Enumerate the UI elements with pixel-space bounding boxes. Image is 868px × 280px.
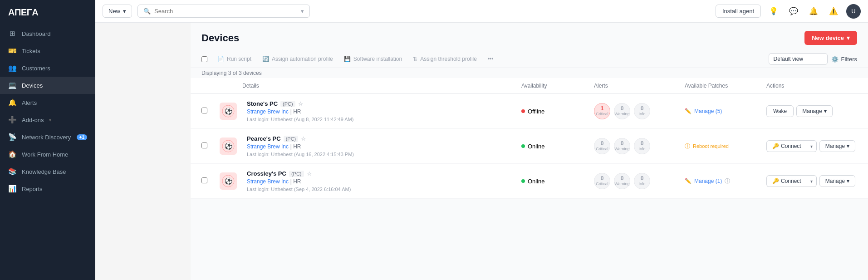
new-button[interactable]: New ▾ [103, 5, 132, 18]
manage-button[interactable]: Manage ▾ [819, 175, 855, 187]
table-row: ⚽ Stone's PC (PC) ☆ Strange Brew Inc | H… [191, 94, 868, 129]
sidebar-item-knowledge-base[interactable]: 📚 Knowledge Base [0, 163, 95, 180]
svg-text:⚽: ⚽ [225, 108, 233, 115]
topbar-right: Install agent 💡 💬 🔔 ⚠️ U [716, 4, 861, 19]
col-patches: Available Patches [685, 83, 766, 89]
install-agent-button[interactable]: Install agent [716, 5, 761, 18]
chat-icon[interactable]: 💬 [786, 4, 801, 19]
display-count: Displaying 3 of 3 devices [191, 68, 868, 78]
sidebar-item-network-discovery[interactable]: 📡 Network Discovery +1 [0, 128, 95, 146]
manage-label: Manage [825, 143, 845, 149]
info-label: Info [638, 147, 645, 152]
view-select[interactable]: Default view [769, 53, 828, 65]
wfh-icon: 🏠 [8, 150, 16, 158]
warning-count: 0 [621, 106, 624, 112]
device-org-dept: Strange Brew Inc | HR [247, 178, 521, 185]
row-checkbox[interactable] [201, 142, 207, 148]
critical-count: 1 [601, 106, 604, 112]
table-row: ⚽ Pearce's PC (PC) ☆ Strange Brew Inc | … [191, 129, 868, 164]
info-alert-badge: 0 Info [634, 173, 650, 189]
manage-label: Manage [825, 178, 845, 184]
device-org-link[interactable]: Strange Brew Inc [247, 178, 289, 185]
notifications-icon[interactable]: 🔔 [806, 4, 821, 19]
device-emblem: ⚽ [222, 175, 235, 187]
filter-icon: ⚙️ [831, 56, 839, 63]
warning-alert-badge: 0 Warning [614, 103, 630, 119]
device-details-cell: Pearce's PC (PC) ☆ Strange Brew Inc | HR… [242, 135, 521, 157]
device-details-cell: Crossley's PC (PC) ☆ Strange Brew Inc | … [242, 170, 521, 192]
row-checkbox[interactable] [201, 108, 207, 113]
warning-icon: ⓘ [685, 142, 690, 150]
user-avatar[interactable]: U [846, 4, 861, 19]
critical-alert-badge: 0 Critical [594, 138, 610, 154]
assign-automation-button[interactable]: 🔄 Assign automation profile [258, 54, 338, 64]
svg-text:⚽: ⚽ [225, 177, 233, 185]
connect-group: 🔑 Connect ▾ [766, 175, 817, 187]
row-checkbox[interactable] [201, 177, 207, 183]
critical-label: Critical [596, 112, 608, 117]
sidebar-item-dashboard[interactable]: ⊞ Dashboard [0, 25, 95, 42]
toolbar: 📄 Run script 🔄 Assign automation profile… [191, 50, 868, 68]
sidebar-item-label: Devices [22, 82, 43, 89]
device-dept-label: HR [293, 143, 301, 150]
availability-cell: Offline [521, 108, 594, 115]
connect-dropdown-button[interactable]: ▾ [807, 175, 817, 187]
connect-button[interactable]: 🔑 Connect [766, 140, 807, 152]
chevron-down-icon: ▾ [49, 118, 51, 123]
manage-button[interactable]: Manage ▾ [819, 140, 855, 152]
sidebar-item-label: Customers [22, 65, 50, 72]
manage-button[interactable]: Manage ▾ [796, 105, 832, 117]
manage-patches-link[interactable]: Manage (1) [694, 178, 722, 184]
wake-button[interactable]: Wake [766, 105, 794, 117]
device-login: Last login: Urthebest (Aug 16, 2022 4:15… [247, 152, 521, 157]
search-input[interactable] [154, 8, 297, 15]
star-icon[interactable]: ☆ [298, 101, 303, 107]
manage-patches-link[interactable]: Manage (5) [694, 108, 722, 114]
status-label: Online [528, 178, 545, 185]
critical-count: 0 [601, 141, 604, 147]
tickets-icon: 🎫 [8, 47, 16, 55]
chevron-down-icon: ▾ [301, 8, 304, 15]
col-alerts: Alerts [594, 83, 685, 89]
actions-cell: 🔑 Connect ▾ Manage ▾ [766, 175, 857, 187]
select-all-checkbox[interactable] [201, 56, 207, 62]
svg-text:⚽: ⚽ [225, 142, 233, 150]
sidebar-item-customers[interactable]: 👥 Customers [0, 59, 95, 77]
run-script-button[interactable]: 📄 Run script [213, 54, 256, 64]
customers-icon: 👥 [8, 64, 16, 72]
alerts-topbar-icon[interactable]: ⚠️ [826, 4, 841, 19]
connect-dropdown-button[interactable]: ▾ [807, 140, 817, 152]
sidebar-item-reports[interactable]: 📊 Reports [0, 180, 95, 197]
device-name: Crossley's PC (PC) ☆ [247, 170, 521, 177]
more-options-button[interactable]: ••• [483, 54, 498, 64]
sidebar-item-tickets[interactable]: 🎫 Tickets [0, 42, 95, 59]
new-device-button[interactable]: New device ▾ [804, 31, 857, 45]
sidebar-item-work-from-home[interactable]: 🏠 Work From Home [0, 146, 95, 163]
help-icon[interactable]: 💡 [766, 4, 781, 19]
star-icon[interactable]: ☆ [301, 136, 306, 142]
sidebar-item-addons[interactable]: ➕ Add-ons ▾ [0, 111, 95, 128]
col-checkbox [201, 83, 220, 89]
sidebar-item-devices[interactable]: 💻 Devices [0, 77, 95, 94]
assign-threshold-button[interactable]: ⇅ Assign threshold profile [408, 54, 481, 64]
warning-count: 0 [621, 176, 624, 182]
critical-label: Critical [596, 147, 608, 152]
reboot-notice: Reboot required [693, 143, 729, 149]
device-org-link[interactable]: Strange Brew Inc [247, 108, 289, 115]
info-alert-badge: 0 Info [634, 138, 650, 154]
software-installation-button[interactable]: 💾 Software installation [339, 54, 407, 64]
warning-alert-badge: 0 Warning [614, 173, 630, 189]
status-indicator [521, 144, 525, 148]
critical-alert-badge: 1 Critical [594, 103, 610, 119]
toolbar-right: Default view ⚙️ Filters [769, 53, 857, 65]
connect-button[interactable]: 🔑 Connect [766, 175, 807, 187]
filters-button[interactable]: ⚙️ Filters [831, 56, 857, 63]
device-icon: ⚽ [220, 138, 237, 155]
status-label: Offline [528, 108, 544, 115]
device-org-link[interactable]: Strange Brew Inc [247, 143, 289, 150]
connect-label: Connect [781, 143, 801, 149]
star-icon[interactable]: ☆ [307, 171, 312, 177]
chevron-down-icon: ▾ [847, 143, 849, 149]
pencil-icon: ✏️ [685, 108, 691, 114]
sidebar-item-alerts[interactable]: 🔔 Alerts [0, 94, 95, 111]
